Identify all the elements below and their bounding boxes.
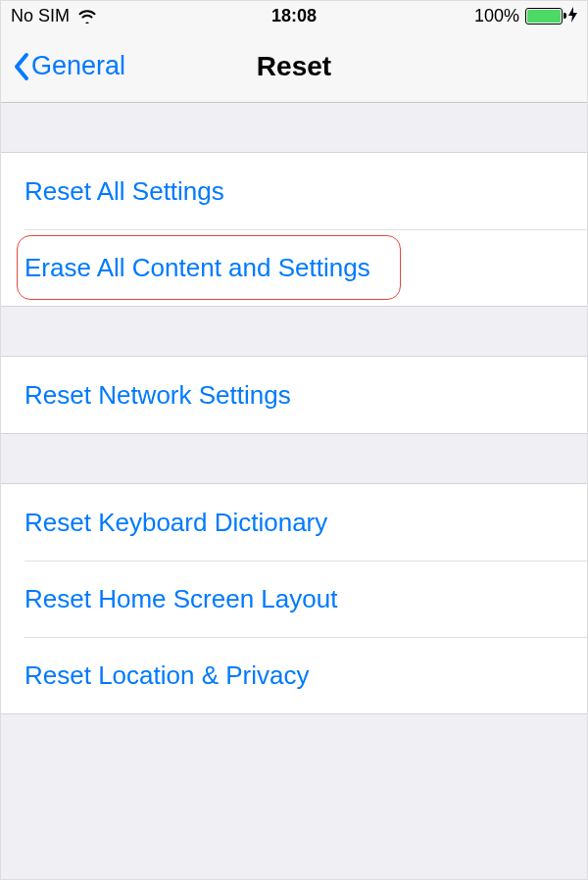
reset-group-3: Reset Keyboard Dictionary Reset Home Scr…	[1, 483, 587, 714]
row-label: Erase All Content and Settings	[24, 253, 370, 283]
back-button[interactable]: General	[13, 51, 125, 81]
reset-location-privacy-row[interactable]: Reset Location & Privacy	[1, 637, 587, 713]
reset-keyboard-row[interactable]: Reset Keyboard Dictionary	[1, 484, 587, 561]
battery-icon	[525, 8, 563, 24]
row-label: Reset All Settings	[24, 176, 224, 207]
chevron-left-icon	[13, 52, 29, 81]
group-gap	[1, 434, 587, 483]
wifi-icon	[77, 9, 97, 24]
battery-percent: 100%	[474, 6, 519, 26]
reset-home-screen-row[interactable]: Reset Home Screen Layout	[1, 561, 587, 637]
reset-group-2: Reset Network Settings	[1, 356, 587, 434]
group-gap	[1, 307, 587, 356]
status-bar: No SIM 18:08 100%	[1, 1, 587, 30]
carrier-label: No SIM	[11, 6, 70, 26]
erase-all-content-row[interactable]: Erase All Content and Settings	[1, 229, 587, 306]
reset-all-settings-row[interactable]: Reset All Settings	[1, 153, 587, 229]
reset-network-row[interactable]: Reset Network Settings	[1, 357, 587, 433]
back-label: General	[31, 51, 125, 81]
group-gap	[1, 103, 587, 152]
row-label: Reset Location & Privacy	[24, 660, 309, 691]
row-label: Reset Home Screen Layout	[24, 584, 337, 614]
row-label: Reset Keyboard Dictionary	[24, 508, 327, 538]
clock: 18:08	[271, 6, 317, 26]
row-label: Reset Network Settings	[24, 380, 291, 411]
nav-bar: General Reset	[1, 30, 587, 103]
charging-bolt-icon	[568, 7, 577, 25]
reset-group-1: Reset All Settings Erase All Content and…	[1, 152, 587, 307]
footer-space	[1, 714, 587, 879]
